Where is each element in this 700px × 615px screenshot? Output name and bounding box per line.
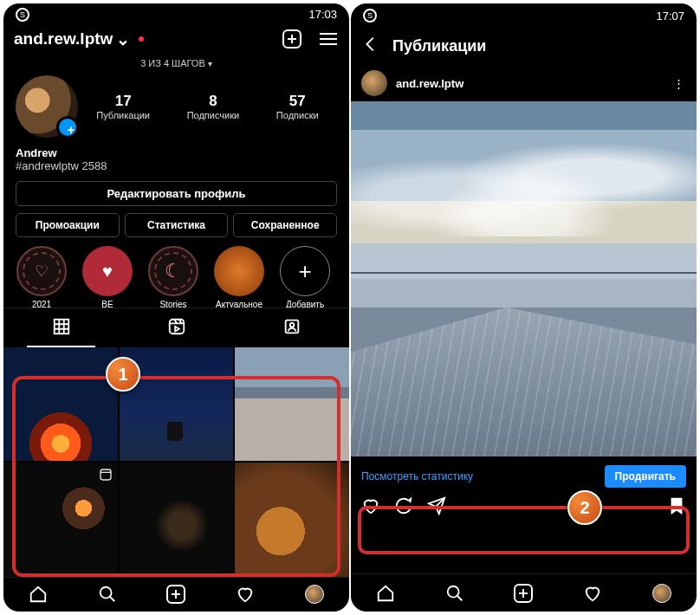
nav-activity[interactable]: [583, 584, 602, 603]
status-time: 17:07: [656, 10, 684, 23]
nav-activity[interactable]: [236, 585, 255, 604]
promote-button[interactable]: Продвигать: [605, 465, 686, 488]
heart-fill-icon: ♥: [102, 262, 113, 282]
svg-rect-0: [54, 319, 68, 333]
edit-profile-button[interactable]: Редактировать профиль: [16, 181, 337, 206]
like-button[interactable]: [361, 496, 380, 518]
nav-search[interactable]: [98, 585, 117, 604]
stat-posts-label: Публикации: [96, 110, 150, 120]
post-header-bar: Публикации: [351, 28, 697, 65]
insights-button[interactable]: Статистика: [125, 213, 229, 237]
stat-followers[interactable]: 8 Подписчики: [187, 93, 240, 120]
heart-icon: [583, 584, 602, 603]
menu-button[interactable]: [318, 29, 339, 49]
highlight-label: 2021: [14, 300, 69, 307]
tab-tagged[interactable]: [234, 308, 349, 347]
profile-avatar[interactable]: [16, 75, 78, 138]
nav-home[interactable]: [29, 585, 48, 604]
highlight-label: Stories: [146, 300, 201, 307]
highlight-label: Актуальное: [211, 300, 267, 307]
bio-hashtag[interactable]: #andrewlptw 2588: [16, 159, 337, 172]
heart-icon: [361, 496, 380, 515]
status-bar: S 17:07: [351, 3, 697, 28]
notification-dot-icon: [139, 36, 144, 42]
stat-posts-num: 17: [96, 93, 150, 110]
bio-name: Andrew: [16, 146, 337, 159]
stat-following[interactable]: 57 Подписки: [276, 93, 319, 120]
save-button[interactable]: [667, 496, 686, 518]
heart-icon: [236, 585, 255, 604]
nav-profile[interactable]: [305, 585, 324, 604]
post-author-avatar[interactable]: [361, 70, 387, 96]
svg-rect-1: [169, 319, 184, 333]
orange-circle-icon: [214, 246, 264, 296]
username-switcher[interactable]: and.rew.lptw ⌄: [14, 29, 144, 49]
nav-create[interactable]: [166, 585, 185, 604]
page-title: Публикации: [392, 37, 486, 55]
nav-home[interactable]: [376, 584, 395, 603]
onboarding-steps-label: 3 ИЗ 4 ШАГОВ: [140, 58, 205, 68]
tab-reels[interactable]: [119, 308, 234, 347]
plus-square-icon: [514, 584, 533, 603]
highlight-label: BE: [80, 300, 135, 307]
highlight-item[interactable]: ♥ BE: [80, 246, 135, 303]
shazam-icon: S: [16, 8, 29, 22]
search-icon: [445, 584, 464, 603]
reels-badge-icon: [99, 468, 113, 484]
saved-button[interactable]: Сохраненное: [233, 213, 337, 237]
stat-following-num: 57: [276, 93, 319, 110]
grid-icon: [52, 317, 71, 336]
plus-square-icon: [282, 29, 301, 49]
stat-followers-label: Подписчики: [187, 110, 240, 120]
post-more-button[interactable]: ⋮: [673, 77, 686, 90]
arrow-left-icon: [361, 35, 380, 54]
stat-following-label: Подписки: [276, 110, 319, 120]
insights-row: Посмотреть статистику Продвигать: [351, 456, 697, 493]
nav-create[interactable]: [514, 584, 533, 603]
username-text: and.rew.lptw: [14, 29, 113, 49]
post-author-username[interactable]: and.rew.lptw: [396, 77, 463, 90]
heart-outline-icon: ♡: [35, 262, 49, 281]
send-icon: [427, 496, 446, 515]
back-button[interactable]: [361, 35, 380, 58]
stat-followers-num: 8: [187, 93, 240, 110]
post-thumbnail[interactable]: [120, 463, 234, 577]
post-thumbnail[interactable]: [3, 347, 118, 462]
moon-icon: ☾: [165, 260, 182, 282]
home-icon: [29, 585, 48, 604]
view-insights-link[interactable]: Посмотреть статистику: [361, 470, 473, 482]
posts-grid: [3, 347, 349, 577]
home-icon: [376, 584, 395, 603]
highlight-add[interactable]: + Добавить: [277, 246, 333, 303]
post-image[interactable]: [351, 101, 697, 456]
plus-square-icon: [166, 585, 185, 604]
post-actions: [351, 493, 697, 520]
search-icon: [98, 585, 117, 604]
svg-rect-4: [100, 469, 111, 480]
post-thumbnail[interactable]: [235, 463, 349, 577]
post-thumbnail[interactable]: [3, 463, 118, 577]
phone-profile: S 17:03 and.rew.lptw ⌄ 3 ИЗ 4 ШАГОВ: [3, 3, 349, 612]
reels-icon: [167, 317, 186, 336]
onboarding-steps[interactable]: 3 ИЗ 4 ШАГОВ: [3, 55, 349, 75]
promotions-button[interactable]: Промоакции: [16, 213, 120, 237]
stat-posts[interactable]: 17 Публикации: [96, 93, 150, 120]
create-post-button[interactable]: [282, 29, 302, 49]
story-highlights: ♡ 2021 ♥ BE ☾ Stories Актуальное + Добав…: [3, 246, 349, 307]
annotation-marker-1: 1: [106, 357, 140, 392]
share-button[interactable]: [427, 496, 446, 518]
post-thumbnail[interactable]: [235, 347, 349, 462]
tab-grid[interactable]: [3, 308, 119, 347]
highlight-item[interactable]: ♡ 2021: [14, 246, 69, 303]
comment-button[interactable]: [394, 496, 413, 518]
post-author-row: and.rew.lptw ⋮: [351, 65, 697, 101]
profile-stats-row: 17 Публикации 8 Подписчики 57 Подписки: [3, 75, 349, 143]
svg-point-3: [289, 323, 294, 327]
nav-profile[interactable]: [652, 584, 671, 603]
nav-search[interactable]: [445, 584, 464, 603]
tagged-icon: [282, 317, 301, 336]
highlight-item[interactable]: Актуальное: [211, 246, 267, 303]
highlight-item[interactable]: ☾ Stories: [146, 246, 201, 303]
avatar-icon: [305, 585, 324, 604]
profile-tabs: [3, 308, 349, 347]
